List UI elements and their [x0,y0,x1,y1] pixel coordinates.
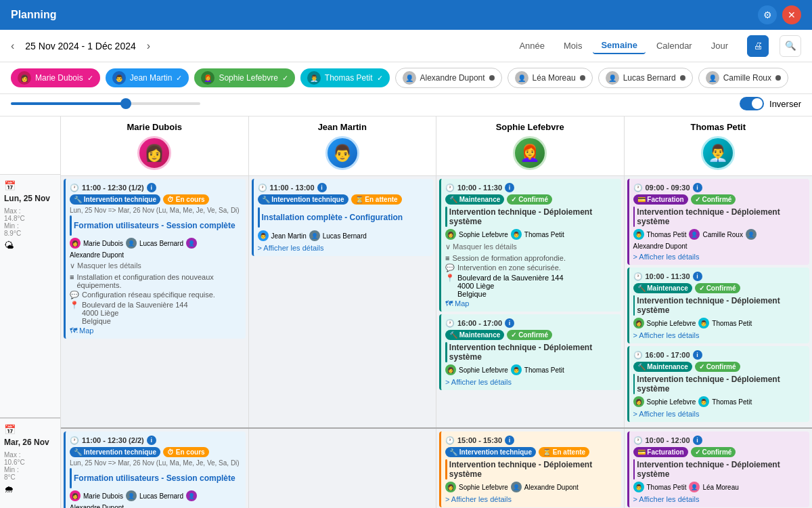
chip-check-thomas: ✓ [377,74,383,83]
event-people: 👩 Sophie Lefebvre 👨 Thomas Petit [633,396,806,407]
event-time: 🕐15:00 - 15:30 i [445,436,617,445]
badge-type: 🔧 Intervention technique [70,194,160,205]
map-link[interactable]: 🗺 Map [445,299,617,308]
event-card: 🕐10:00 - 11:30 i 🔨 Maintenance ✓ Confirm… [439,179,621,312]
nav-bar: ‹ 25 Nov 2024 - 1 Déc 2024 › Année Mois … [0,30,812,62]
chip-label-lucas: Lucas Bernard [623,73,676,83]
chip-label-sophie: Sophie Lefebvre [219,73,277,83]
day2-row: 🕐11:00 - 12:30 (2/2) i 🔧 Intervention te… [61,429,812,508]
badge-status: ⏱ En cours [163,194,209,205]
event-expanded-details: ≡Session de formation approfondie. 💬Inte… [445,254,617,308]
filter-chip-sophie[interactable]: 👩‍🦰 Sophie Lefebvre ✓ [194,68,294,87]
inverser-toggle[interactable] [740,97,764,110]
sophie-day2: 🕐15:00 - 15:30 i 🔧 Intervention techniqu… [436,429,625,508]
badge-row: 💳 Facturation ✓ Confirmé [633,194,806,205]
view-year[interactable]: Année [511,37,553,54]
badge-row: 🔧 Intervention technique ⏳ En attente [445,447,617,457]
event-card: 🕐11:00 - 12:30 (1/2) i 🔧 Intervention te… [64,179,246,339]
chip-check-sophie: ✓ [282,74,288,83]
filter-chip-thomas[interactable]: 👨‍💼 Thomas Petit ✓ [300,68,390,87]
chip-check-marie: ✓ [87,74,93,83]
event-people: 👩 Marie Dubois 👤 Lucas Bernard 👤 Alexand… [70,490,242,508]
event-time: 🕐11:00 - 12:30 (2/2) i [70,436,242,445]
avatar-jean: 👨 [325,136,359,170]
view-month[interactable]: Mois [556,37,590,54]
filter-chip-marie[interactable]: 👩 Marie Dubois ✓ [11,68,100,87]
show-details-link[interactable]: > Afficher les détails [633,410,806,418]
badge-row: 🔧 Intervention technique ⏳ En attente [258,194,430,205]
event-card: 🕐10:00 - 11:30 i 🔨 Maintenance ✓ Confirm… [627,268,810,343]
event-card: 🕐16:00 - 17:00 i 🔨 Maintenance ✓ Confirm… [627,346,810,422]
badge-row: 🔧 Intervention technique ⏱ En cours [70,194,242,205]
event-title: Formation utilisateurs - Session complèt… [74,221,235,230]
event-time: 🕐10:00 - 11:30 i [633,272,806,281]
event-subtitle: Lun, 25 Nov => Mar, 26 Nov (Lu, Ma, Me, … [70,207,242,214]
app-header: Planning ⚙ ✕ [0,0,812,30]
nav-date: 25 Nov 2024 - 1 Déc 2024 [25,41,135,51]
badge-row: 🔨 Maintenance ✓ Confirmé [445,194,617,205]
badge-status: ✓ Confirmé [507,194,552,205]
event-details: ≡Installation et configuration des nouve… [70,273,242,335]
header-name-jean: Jean Martin [252,122,434,132]
event-card: 🕐10:00 - 12:00 i 💳 Facturation ✓ Confirm… [627,431,810,507]
badge-row: 🔨 Maintenance ✓ Confirmé [445,330,617,340]
badge-type: 🔨 Maintenance [445,194,504,205]
view-calendar[interactable]: Calendar [648,37,700,54]
thomas-day2: 🕐10:00 - 12:00 i 💳 Facturation ✓ Confirm… [625,429,813,508]
show-details-link[interactable]: > Afficher les détails [633,253,806,261]
show-details-link[interactable]: > Afficher les détails [258,244,430,252]
person-name-tag: Marie Dubois [83,240,123,247]
event-people: 👩 Marie Dubois 👤 Lucas Bernard 👤 Alexand… [70,238,242,259]
hide-details-link[interactable]: ∨ Masquer les détails [445,242,617,251]
person-avatar: 👩 [70,238,81,249]
thomas-day1: 🕐09:00 - 09:30 i 💳 Facturation ✓ Confirm… [625,176,813,427]
header-name-sophie: Sophie Lefebvre [439,122,621,132]
filter-chip-jean[interactable]: 👨 Jean Martin ✓ [106,68,189,87]
header-marie: Marie Dubois 👩 [61,117,249,175]
event-people: 👩 Sophie Lefebvre 👨 Thomas Petit [445,364,617,375]
event-people: 👨 Thomas Petit 👤 Camille Roux 👤 Alexandr… [633,229,806,250]
prev-button[interactable]: ‹ [11,40,14,52]
hide-details-link[interactable]: ∨ Masquer les détails [70,261,242,270]
search-button[interactable]: 🔍 [780,35,801,57]
event-people: 👩 Sophie Lefebvre 👤 Alexandre Dupont [445,482,617,492]
filter-chip-lucas[interactable]: 👤 Lucas Bernard [598,68,693,88]
event-title: Intervention technique - Déploiement sys… [449,207,617,226]
map-link[interactable]: 🗺 Map [70,326,242,335]
show-details-link[interactable]: > Afficher les détails [633,331,806,339]
filter-chip-lea[interactable]: 👤 Léa Moreau [508,68,593,88]
view-week[interactable]: Semaine [593,37,645,54]
print-button[interactable]: 🖨 [747,35,769,57]
filter-chip-alexandre[interactable]: 👤 Alexandre Dupont [395,68,502,88]
filter-chip-camille[interactable]: 👤 Camille Roux [698,68,788,88]
badge-row: 🔨 Maintenance ✓ Confirmé [633,362,806,372]
chip-label-alexandre: Alexandre Dupont [420,73,485,83]
event-time: 🕐11:00 - 12:30 (1/2) i [70,183,242,192]
badge-row: 💳 Facturation ✓ Confirmé [633,447,806,457]
day1-row: 🕐11:00 - 12:30 (1/2) i 🔧 Intervention te… [61,176,812,429]
header-thomas: Thomas Petit 👨‍💼 [625,117,813,175]
header-name-marie: Marie Dubois [64,122,246,132]
event-title: Installation complète - Configuration [262,213,403,222]
show-details-link[interactable]: > Afficher les détails [445,378,617,386]
next-button[interactable]: › [147,40,150,52]
avatar-thomas: 👨‍💼 [701,136,735,170]
marie-day1: 🕐11:00 - 12:30 (1/2) i 🔧 Intervention te… [61,176,249,427]
event-time: 🕐16:00 - 17:00 i [445,318,617,328]
badge-type: 🔧 Intervention technique [258,194,348,205]
slider-row: Inverser [0,94,812,117]
event-card: 🕐09:00 - 09:30 i 💳 Facturation ✓ Confirm… [627,179,810,265]
zoom-slider[interactable] [11,102,200,105]
chip-label-lea: Léa Moreau [533,73,576,83]
show-details-link[interactable]: > Afficher les détails [445,495,617,503]
event-time: 🕐11:00 - 13:00 i [258,183,430,192]
event-time: 🕐16:00 - 17:00 i [633,350,806,360]
badge-row: 🔨 Maintenance ✓ Confirmé [633,283,806,293]
view-day[interactable]: Jour [703,37,736,54]
event-people: 👨 Jean Martin 👤 Lucas Bernard [258,230,430,241]
close-button[interactable]: ✕ [782,5,801,24]
main-content: 📅 Lun, 25 Nov Max : 14.8°C Min :8.9°C 🌤 … [0,117,812,508]
show-details-link[interactable]: > Afficher les détails [633,495,806,503]
settings-button[interactable]: ⚙ [758,5,777,24]
filter-bar: 👩 Marie Dubois ✓ 👨 Jean Martin ✓ 👩‍🦰 Sop… [0,62,812,94]
